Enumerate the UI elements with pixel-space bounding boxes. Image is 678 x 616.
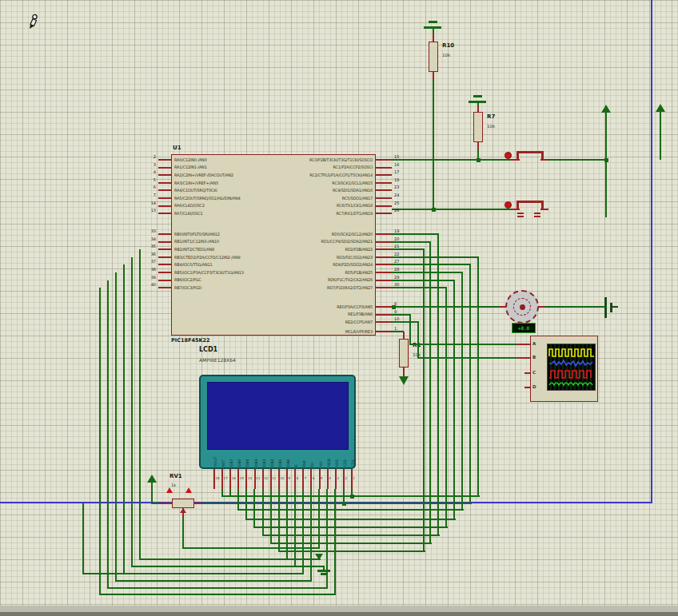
wire[interactable]: [392, 272, 463, 273]
wire[interactable]: [392, 314, 411, 316]
wire[interactable]: [392, 209, 512, 210]
mcu-pin[interactable]: [158, 287, 171, 288]
mcu-pin[interactable]: [376, 264, 392, 265]
mcu-pin[interactable]: [376, 306, 392, 308]
wire[interactable]: [392, 248, 425, 250]
mcu-pin[interactable]: [376, 197, 392, 199]
wire[interactable]: [409, 314, 411, 345]
wire[interactable]: [182, 518, 184, 549]
wire[interactable]: [116, 580, 312, 582]
wire[interactable]: [318, 489, 320, 549]
wire[interactable]: [115, 272, 117, 582]
mcu-pin[interactable]: [376, 321, 392, 323]
mcu-pin[interactable]: [158, 256, 171, 258]
mcu-pin[interactable]: [158, 233, 171, 235]
wire[interactable]: [418, 357, 516, 359]
mcu-pin[interactable]: [376, 182, 392, 184]
mcu-pin[interactable]: [376, 233, 392, 235]
wire[interactable]: [392, 241, 431, 243]
wire[interactable]: [392, 321, 419, 323]
resistor-r7[interactable]: [473, 112, 483, 142]
pushbutton-actuator-icon[interactable]: [505, 201, 512, 209]
wire[interactable]: [310, 489, 312, 582]
wire[interactable]: [423, 249, 425, 552]
wire[interactable]: [99, 288, 101, 595]
wire[interactable]: [139, 249, 141, 560]
wire[interactable]: [392, 233, 439, 235]
mcu-pin[interactable]: [376, 174, 392, 176]
pot-increase-arrow-icon[interactable]: [166, 487, 173, 493]
wire[interactable]: [392, 256, 479, 258]
wire[interactable]: [245, 489, 247, 520]
mcu-pin[interactable]: [376, 241, 392, 243]
wire[interactable]: [108, 587, 328, 589]
wire[interactable]: [461, 272, 463, 511]
wire[interactable]: [392, 264, 471, 265]
wire[interactable]: [263, 535, 440, 536]
wire[interactable]: [445, 288, 447, 528]
wire[interactable]: [107, 280, 109, 589]
wire[interactable]: [660, 112, 661, 160]
wire[interactable]: [410, 344, 516, 345]
wire[interactable]: [417, 322, 419, 359]
wire[interactable]: [392, 331, 404, 332]
wire[interactable]: [392, 159, 512, 161]
schematic-canvas[interactable]: U1 PIC18F45K22 R10 10k R7 10k R1 10k RV1…: [0, 0, 678, 616]
mcu-pin[interactable]: [158, 174, 171, 176]
mcu-pin[interactable]: [158, 241, 171, 243]
mcu-pin[interactable]: [376, 287, 392, 288]
wire[interactable]: [477, 257, 479, 497]
mcu-pin[interactable]: [376, 167, 392, 169]
mcu-pin[interactable]: [158, 248, 171, 250]
mcu-pin[interactable]: [158, 264, 171, 265]
wire[interactable]: [302, 489, 304, 574]
mcu-pin[interactable]: [158, 159, 171, 161]
wire[interactable]: [605, 113, 607, 217]
wire[interactable]: [151, 483, 153, 504]
wire[interactable]: [286, 489, 288, 560]
wire[interactable]: [229, 489, 231, 497]
wire[interactable]: [548, 159, 605, 161]
mcu-pin[interactable]: [376, 248, 392, 250]
wire[interactable]: [254, 527, 448, 528]
wire[interactable]: [183, 547, 320, 549]
mcu-pin[interactable]: [158, 182, 171, 184]
wire[interactable]: [131, 257, 133, 567]
mcu-pin[interactable]: [158, 205, 171, 207]
mcu-pin[interactable]: [376, 280, 392, 281]
potentiometer-rv1[interactable]: [172, 499, 194, 508]
mcu-pin[interactable]: [376, 205, 392, 207]
wire[interactable]: [279, 550, 425, 552]
wire[interactable]: [453, 280, 455, 520]
mcu-pin[interactable]: [158, 280, 171, 281]
mcu-pin[interactable]: [376, 272, 392, 273]
mcu-pin[interactable]: [376, 189, 392, 191]
resistor-r10[interactable]: [429, 42, 438, 72]
wire[interactable]: [270, 489, 272, 544]
wire[interactable]: [278, 489, 280, 552]
pot-decrease-arrow-icon[interactable]: [185, 487, 192, 493]
wire[interactable]: [538, 306, 605, 308]
wire[interactable]: [221, 489, 223, 497]
wire[interactable]: [237, 489, 239, 511]
wire[interactable]: [262, 489, 264, 536]
mcu-pin[interactable]: [376, 213, 392, 214]
mcu-pin[interactable]: [376, 331, 392, 332]
wire[interactable]: [334, 489, 336, 595]
pushbutton-actuator-icon[interactable]: [505, 152, 512, 159]
mcu-pin[interactable]: [158, 213, 171, 214]
mcu-pin[interactable]: [376, 256, 392, 258]
mcu-pin[interactable]: [158, 189, 171, 191]
wire[interactable]: [123, 264, 125, 574]
mcu-pin[interactable]: [158, 272, 171, 273]
wire[interactable]: [294, 489, 296, 567]
resistor-r1[interactable]: [399, 339, 409, 368]
mcu-pin[interactable]: [376, 159, 392, 161]
mcu-pin[interactable]: [158, 167, 171, 169]
wire[interactable]: [393, 306, 506, 308]
wire[interactable]: [253, 489, 255, 528]
wire[interactable]: [202, 503, 472, 504]
mcu-pin[interactable]: [376, 314, 392, 316]
wire[interactable]: [433, 80, 434, 210]
mcu-pin[interactable]: [158, 197, 171, 199]
